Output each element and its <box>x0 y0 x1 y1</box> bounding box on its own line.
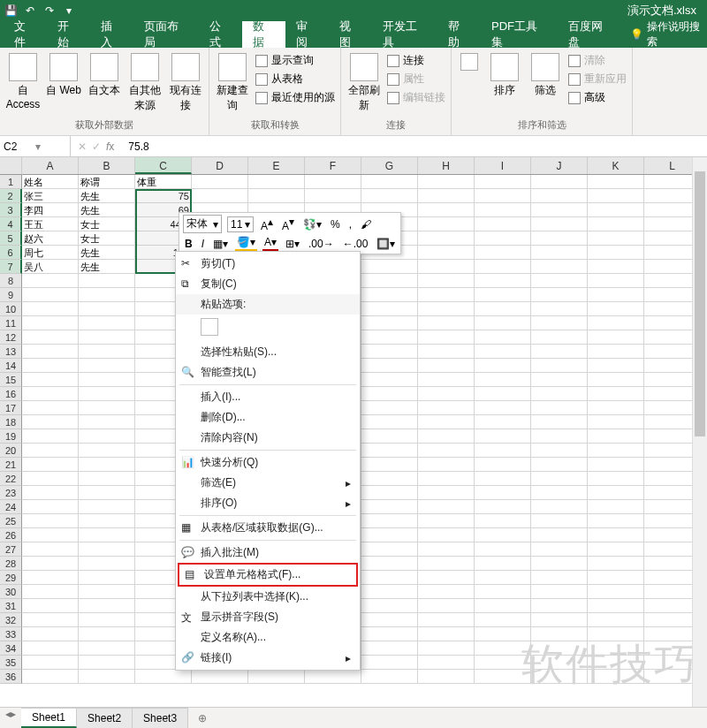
row-header[interactable]: 26 <box>0 528 22 542</box>
cell[interactable] <box>22 557 79 571</box>
cell[interactable] <box>22 472 79 486</box>
cell[interactable] <box>531 599 588 613</box>
cell[interactable] <box>22 330 79 345</box>
cell[interactable] <box>248 670 305 684</box>
cell[interactable] <box>531 585 588 599</box>
cell[interactable] <box>79 528 135 542</box>
sort-button[interactable]: 排序 <box>487 53 522 98</box>
cell[interactable]: 先生 <box>79 203 135 217</box>
cell[interactable] <box>475 401 531 415</box>
filter-button[interactable]: 筛选 <box>528 53 563 98</box>
cell[interactable] <box>361 571 418 585</box>
cell[interactable] <box>588 656 644 670</box>
cell[interactable] <box>361 585 418 599</box>
cell[interactable] <box>588 429 644 444</box>
row-header[interactable]: 15 <box>0 373 22 387</box>
cell[interactable] <box>361 656 418 670</box>
cell[interactable] <box>79 373 135 387</box>
cell[interactable] <box>79 415 135 429</box>
cell[interactable] <box>588 599 644 613</box>
cell[interactable] <box>22 571 79 585</box>
cell[interactable] <box>531 542 588 557</box>
decimal-dec-icon[interactable]: ←.00 <box>341 237 370 251</box>
cell[interactable]: 吴八 <box>22 260 79 274</box>
tab-view[interactable]: 视图 <box>329 21 372 48</box>
reapply-button[interactable]: 重新应用 <box>568 72 627 87</box>
clear-button[interactable]: 清除 <box>568 53 627 68</box>
cell[interactable] <box>22 641 79 656</box>
cell[interactable]: 称谓 <box>79 175 135 189</box>
cell[interactable] <box>22 288 79 302</box>
cell[interactable] <box>475 217 531 231</box>
decimal-inc-icon[interactable]: .00→ <box>307 237 336 251</box>
cell[interactable] <box>418 260 475 274</box>
save-icon[interactable]: 💾 <box>4 4 18 18</box>
cell[interactable] <box>475 415 531 429</box>
cell[interactable] <box>531 189 588 203</box>
cell[interactable] <box>475 458 531 472</box>
cell[interactable]: 赵六 <box>22 231 79 246</box>
italic-button[interactable]: I <box>200 237 206 251</box>
tab-insert[interactable]: 插入 <box>90 21 133 48</box>
cell[interactable] <box>79 500 135 514</box>
cell[interactable] <box>531 472 588 486</box>
cell[interactable] <box>22 514 79 528</box>
cell[interactable] <box>531 217 588 231</box>
cell[interactable] <box>79 585 135 599</box>
cell[interactable] <box>418 613 475 627</box>
cell[interactable] <box>588 330 644 345</box>
cell[interactable] <box>418 486 475 500</box>
cell[interactable] <box>79 486 135 500</box>
cell[interactable] <box>418 359 475 373</box>
menu-item[interactable]: ✂剪切(T) <box>176 254 360 274</box>
cell[interactable] <box>475 656 531 670</box>
cell[interactable] <box>79 641 135 656</box>
fill-color-icon[interactable]: 🪣▾ <box>235 235 257 252</box>
cell[interactable] <box>418 330 475 345</box>
cell[interactable] <box>588 585 644 599</box>
accept-icon[interactable]: ✓ <box>92 140 101 153</box>
row-header[interactable]: 23 <box>0 486 22 500</box>
format-painter-icon[interactable]: 🖌 <box>359 217 373 231</box>
cell[interactable] <box>531 641 588 656</box>
col-header-E[interactable]: E <box>248 157 305 174</box>
cell[interactable] <box>79 599 135 613</box>
menu-item[interactable]: 📊快速分析(Q) <box>176 452 360 473</box>
cell[interactable] <box>531 345 588 359</box>
cell[interactable] <box>22 345 79 359</box>
cell[interactable] <box>418 514 475 528</box>
cell[interactable] <box>588 500 644 514</box>
cell[interactable]: 王五 <box>22 217 79 231</box>
cell[interactable] <box>531 302 588 316</box>
cell[interactable] <box>531 557 588 571</box>
cell[interactable] <box>475 316 531 330</box>
cell[interactable]: 张三 <box>22 189 79 203</box>
cell[interactable] <box>135 670 192 684</box>
cell[interactable] <box>418 189 475 203</box>
sheet-nav-icon[interactable]: ◂▸ <box>0 708 21 720</box>
col-header-B[interactable]: B <box>79 157 135 174</box>
refresh-all-button[interactable]: 全部刷新 <box>346 53 382 113</box>
row-header[interactable]: 20 <box>0 444 22 458</box>
cell[interactable] <box>79 613 135 627</box>
cell[interactable] <box>79 472 135 486</box>
cell[interactable] <box>418 274 475 288</box>
cell[interactable] <box>475 175 531 189</box>
cell[interactable] <box>79 345 135 359</box>
cell[interactable] <box>22 528 79 542</box>
cell[interactable] <box>588 627 644 641</box>
cell[interactable] <box>361 387 418 401</box>
cell[interactable] <box>22 599 79 613</box>
cell[interactable] <box>418 585 475 599</box>
cell[interactable]: 周七 <box>22 246 79 260</box>
cell[interactable] <box>418 231 475 246</box>
cell[interactable] <box>475 274 531 288</box>
edit-links-button[interactable]: 编辑链接 <box>387 90 445 105</box>
menu-item[interactable]: ▤设置单元格格式(F)... <box>179 565 356 585</box>
recent-sources-button[interactable]: 最近使用的源 <box>255 90 335 105</box>
menu-item[interactable]: 删除(D)... <box>176 407 360 428</box>
cell[interactable] <box>475 472 531 486</box>
cell[interactable] <box>361 429 418 444</box>
cell[interactable] <box>418 288 475 302</box>
percent-icon[interactable]: % <box>329 217 342 231</box>
